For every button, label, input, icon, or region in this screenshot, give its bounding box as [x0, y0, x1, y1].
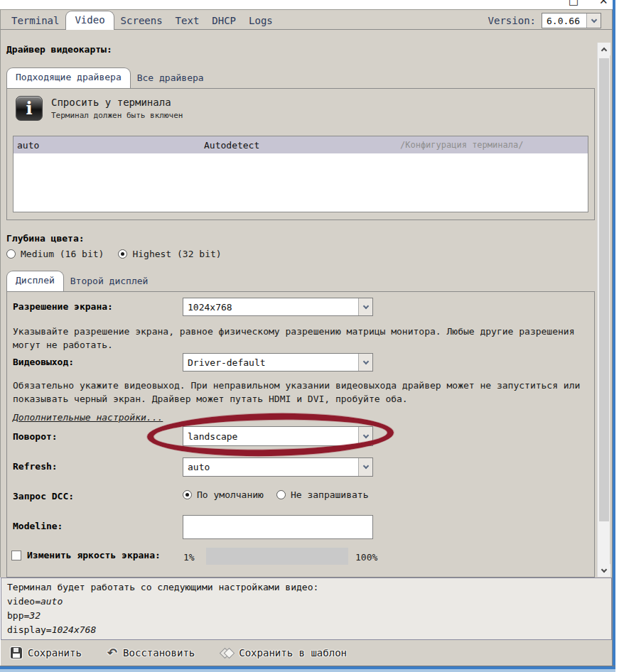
info-icon: i: [16, 96, 43, 121]
refresh-label: Refresh:: [13, 461, 58, 472]
refresh-value: auto: [183, 462, 358, 472]
tab-dhcp[interactable]: DHCP: [205, 12, 242, 31]
template-icon: [220, 647, 233, 659]
radio-dcc-default[interactable]: [183, 490, 192, 499]
app-window: □ ✕ Terminal Video Screens Text DHCP Log…: [0, 0, 619, 672]
radio-dcc-default-label[interactable]: По умолчанию: [197, 489, 264, 500]
summary-key: video=: [7, 596, 41, 607]
rotation-label: Поворот:: [13, 431, 58, 442]
chevron-down-icon[interactable]: [358, 427, 372, 445]
dcc-label: Запрос DCC:: [13, 491, 74, 502]
close-icon[interactable]: ✕: [599, 0, 608, 7]
tab-terminal[interactable]: Terminal: [5, 12, 65, 31]
refresh-select[interactable]: auto: [183, 457, 373, 477]
scrollbar-down-icon[interactable]: [598, 564, 610, 577]
rotation-value: landscape: [183, 431, 358, 442]
driver-info-subtitle: Терминал должен быть включен: [51, 111, 183, 120]
video-summary-panel: Терминал будет работать со следующими на…: [1, 578, 612, 640]
main-tab-bar: Terminal Video Screens Text DHCP Logs Ve…: [0, 9, 613, 30]
version-value: 6.0.66: [542, 16, 586, 26]
main-tabs: Terminal Video Screens Text DHCP Logs: [5, 11, 279, 31]
version-label: Version:: [488, 15, 536, 26]
tab-suitable-drivers[interactable]: Подходящие драйвера: [6, 67, 131, 89]
brightness-label[interactable]: Изменить яркость экрана:: [27, 550, 161, 560]
summary-value: auto: [41, 596, 63, 607]
tab-display[interactable]: Дисплей: [6, 271, 64, 292]
radio-dcc-none[interactable]: [276, 490, 286, 499]
summary-line-bpp: bpp=32: [7, 609, 605, 623]
restore-button-label: Восстановить: [123, 647, 195, 659]
display-groupbox: Разрешение экрана: 1024x768 Указывайте р…: [6, 291, 595, 578]
titlebar: □ ✕: [0, 0, 619, 9]
summary-value: 1024x768: [52, 624, 97, 635]
version-box: Version: 6.0.66: [488, 13, 601, 28]
resolution-value: 1024x768: [183, 302, 358, 313]
output-label: Видеовыход:: [13, 357, 74, 367]
floppy-disk-icon: [11, 647, 22, 659]
tab-text[interactable]: Text: [169, 12, 206, 31]
radio-medium-16bit[interactable]: [6, 249, 16, 259]
vertical-scrollbar[interactable]: [597, 43, 610, 577]
summary-key: bpp=: [7, 610, 29, 621]
tab-logs[interactable]: Logs: [242, 12, 279, 31]
driver-tabs: Подходящие драйвера Все драйвера: [6, 68, 210, 88]
brightness-max: 100%: [355, 552, 377, 563]
tab-screens[interactable]: Screens: [114, 12, 169, 31]
dcc-options: По умолчанию Не запрашивать: [183, 489, 369, 500]
modeline-label: Modeline:: [13, 521, 63, 531]
scrollbar-up-icon[interactable]: [598, 43, 610, 55]
output-hint: Обязательно укажите видеовыход. При непр…: [13, 379, 586, 406]
summary-key: display=: [7, 624, 52, 635]
save-button-label: Сохранить: [28, 647, 82, 659]
driver-list-row[interactable]: auto Autodetect /Конфигурация терминала/: [14, 136, 588, 153]
restore-button[interactable]: ↶ Восстановить: [107, 647, 195, 659]
resolution-label: Разрешение экрана:: [13, 301, 113, 312]
video-settings-panel: Драйвер видеокарты: Подходящие драйвера …: [0, 30, 613, 578]
save-template-button[interactable]: Сохранить в шаблон: [220, 647, 347, 659]
driver-list[interactable]: auto Autodetect /Конфигурация терминала/: [13, 136, 588, 212]
driver-info-title: Спросить у терминала: [51, 97, 171, 108]
modeline-input[interactable]: [183, 515, 373, 539]
tab-second-display[interactable]: Второй дисплей: [64, 272, 155, 291]
chevron-down-icon[interactable]: [358, 458, 372, 476]
driver-groupbox: i Спросить у терминала Терминал должен б…: [6, 88, 595, 220]
advanced-settings-link[interactable]: Дополнительные настройки...: [13, 412, 163, 423]
tab-all-drivers[interactable]: Все драйвера: [131, 69, 210, 88]
scrollbar-thumb[interactable]: [599, 58, 609, 521]
brightness-slider[interactable]: [206, 548, 348, 565]
display-tabs: Дисплей Второй дисплей: [6, 271, 154, 291]
window-border-accent: [613, 0, 615, 668]
summary-line-video: video=auto: [7, 595, 605, 609]
driver-name-cell: auto: [14, 140, 204, 151]
brightness-checkbox[interactable]: [11, 551, 21, 560]
chevron-down-icon[interactable]: [586, 13, 601, 28]
color-depth-options: Medium (16 bit) Highest (32 bit): [6, 249, 222, 259]
driver-section-title: Драйвер видеокарты:: [6, 44, 112, 55]
undo-arrow-icon: ↶: [107, 648, 117, 658]
radio-medium-label[interactable]: Medium (16 bit): [21, 249, 104, 259]
save-button[interactable]: Сохранить: [11, 647, 82, 659]
window-border-glow: [0, 669, 615, 672]
driver-description-cell: Autodetect: [204, 140, 400, 151]
driver-source-cell: /Конфигурация терминала/: [400, 140, 588, 150]
color-depth-title: Глубина цвета:: [6, 233, 85, 244]
output-value: Driver-default: [183, 357, 358, 368]
chevron-down-icon[interactable]: [358, 354, 372, 371]
summary-line-display: display=1024x768: [7, 623, 605, 637]
brightness-row: Изменить яркость экрана:: [11, 550, 161, 560]
radio-dcc-none-label[interactable]: Не запрашивать: [291, 489, 369, 500]
tab-video[interactable]: Video: [65, 11, 114, 31]
maximize-icon[interactable]: □: [569, 0, 578, 7]
summary-value: 32: [29, 610, 41, 621]
resolution-select[interactable]: 1024x768: [183, 298, 373, 316]
brightness-min: 1%: [183, 552, 195, 563]
resolution-hint: Указывайте разрешение экрана, равное физ…: [13, 325, 586, 352]
rotation-select[interactable]: landscape: [183, 426, 373, 446]
radio-highest-32bit[interactable]: [118, 249, 127, 259]
save-template-label: Сохранить в шаблон: [239, 647, 347, 659]
radio-highest-label[interactable]: Highest (32 bit): [132, 249, 221, 259]
chevron-down-icon[interactable]: [358, 298, 372, 315]
footer-toolbar: Сохранить ↶ Восстановить Сохранить в шаб…: [1, 640, 612, 666]
version-select[interactable]: 6.0.66: [542, 13, 601, 28]
output-select[interactable]: Driver-default: [183, 353, 373, 372]
